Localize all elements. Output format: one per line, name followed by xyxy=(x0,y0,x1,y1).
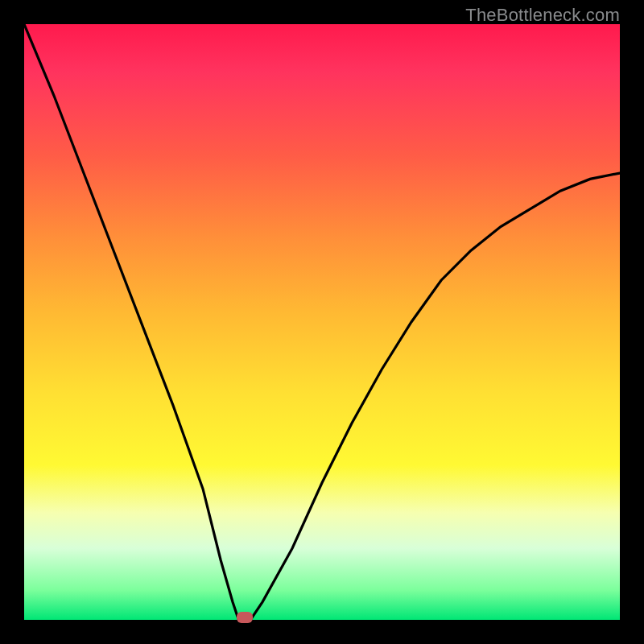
plot-area xyxy=(24,24,620,620)
watermark-text: TheBottleneck.com xyxy=(465,5,620,26)
chart-container: TheBottleneck.com xyxy=(0,0,644,644)
optimum-marker xyxy=(237,612,253,623)
bottleneck-curve xyxy=(24,24,620,620)
